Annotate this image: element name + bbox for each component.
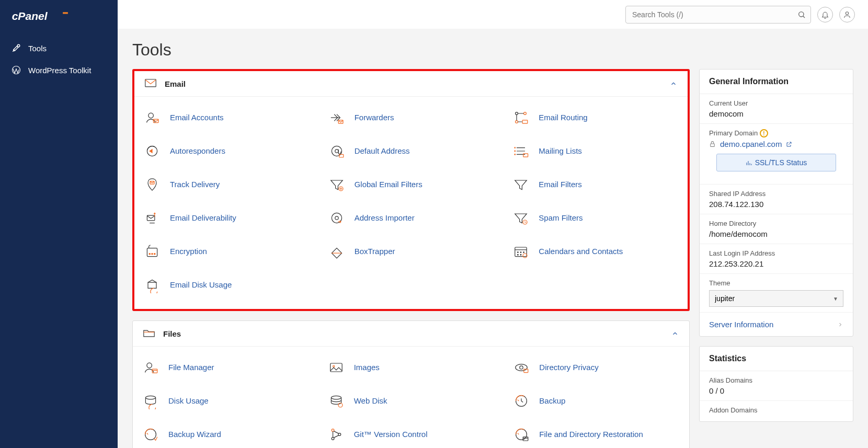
primary-domain-link[interactable]: demo.cpanel.com (720, 140, 782, 148)
tool-label: BoxTrapper (355, 247, 395, 257)
tool-label: Encryption (170, 247, 207, 257)
svg-rect-1 (63, 12, 68, 14)
tool-mailing-lists[interactable]: Mailing Lists (508, 136, 682, 166)
last-login-label: Last Login IP Address (709, 249, 843, 257)
backup-icon (513, 393, 530, 409)
tool-email-routing[interactable]: Email Routing (508, 103, 682, 132)
svg-rect-6 (145, 79, 156, 87)
theme-select-wrapper: jupiter ▼ (709, 290, 843, 307)
tool-label: Default Address (355, 146, 410, 156)
tool-disk-usage[interactable]: Disk Usage (138, 386, 313, 416)
tool-track-delivery[interactable]: Track Delivery (140, 170, 314, 199)
server-information-link[interactable]: Server Information (700, 313, 853, 336)
section-email: Email Email AccountsForwardersEmail Rout… (132, 69, 690, 311)
sidebar-nav: Tools WordPress Toolkit (0, 37, 118, 81)
tool-label: Email Filters (539, 180, 582, 190)
tool-label: Address Importer (355, 213, 415, 223)
tool-web-disk[interactable]: Web Disk (324, 386, 499, 416)
svg-text:cPanel: cPanel (12, 10, 48, 22)
theme-select[interactable]: jupiter (709, 290, 843, 307)
tool-encryption[interactable]: Encryption (140, 237, 314, 266)
chevron-up-icon (671, 330, 679, 337)
bars-icon (746, 160, 752, 166)
statistics-title: Statistics (700, 347, 853, 371)
tool-email-accounts[interactable]: Email Accounts (140, 103, 314, 132)
tool-label: Autoresponders (170, 146, 225, 156)
tool-global-email-filters[interactable]: Global Email Filters (324, 170, 498, 199)
svg-rect-20 (523, 154, 528, 157)
global-email-filters-icon (328, 176, 345, 193)
user-menu-button[interactable] (839, 7, 855, 22)
warning-icon[interactable]: ! (760, 129, 768, 137)
tool-file-and-directory-restoration[interactable]: File and Directory Restoration (509, 420, 684, 448)
section-header-files[interactable]: Files (133, 321, 689, 347)
section-header-email[interactable]: Email (134, 71, 688, 97)
tool-backup-wizard[interactable]: Backup Wizard (138, 420, 313, 448)
tool-address-importer[interactable]: Address Importer (324, 203, 498, 233)
tool-label: Backup Wizard (168, 430, 221, 440)
statistics-card: Statistics Alias Domains 0 / 0 Addon Dom… (699, 346, 853, 422)
tool-label: Email Routing (539, 113, 587, 123)
general-info-title: General Information (700, 70, 853, 94)
svg-point-40 (333, 365, 334, 367)
mail-icon (145, 79, 156, 88)
backup-wizard-icon (142, 426, 159, 443)
tool-backup[interactable]: Backup (509, 386, 684, 416)
primary-domain-label: Primary Domain ! (709, 129, 843, 137)
tool-label: Track Delivery (170, 180, 220, 190)
tools-icon (12, 43, 21, 53)
shared-ip-value: 208.74.122.130 (709, 200, 843, 209)
section-title: Files (163, 329, 663, 338)
svg-point-42 (520, 366, 523, 369)
tool-label: Web Disk (354, 396, 387, 406)
tool-images[interactable]: Images (324, 353, 499, 382)
search (625, 6, 811, 24)
svg-rect-23 (147, 215, 154, 221)
tool-label: File and Directory Restoration (539, 430, 643, 440)
svg-point-41 (516, 364, 527, 371)
notifications-button[interactable] (817, 7, 833, 22)
chevron-right-icon (837, 321, 843, 328)
ssl-status-button[interactable]: SSL/TLS Status (716, 154, 836, 171)
svg-rect-54 (711, 144, 715, 146)
tool-git-version-control[interactable]: Git™ Version Control (324, 420, 499, 448)
wordpress-icon (12, 65, 21, 75)
svg-point-12 (516, 121, 518, 123)
tool-label: Git™ Version Control (354, 430, 428, 440)
tool-label: Disk Usage (168, 396, 209, 406)
tool-spam-filters[interactable]: Spam Filters (508, 203, 682, 233)
section-files: Files File ManagerImagesDirectory Privac… (132, 320, 690, 448)
tool-email-deliverability[interactable]: Email Deliverability (140, 203, 314, 233)
user-icon (843, 10, 851, 19)
tool-file-manager[interactable]: File Manager (138, 353, 313, 382)
tool-autoresponders[interactable]: Autoresponders (140, 136, 314, 166)
search-input[interactable] (625, 6, 811, 24)
tool-label: Images (354, 363, 380, 373)
tool-forwarders[interactable]: Forwarders (324, 103, 498, 132)
home-dir-value: /home/democom (709, 229, 843, 238)
home-dir-label: Home Directory (709, 220, 843, 227)
sidebar-item-tools[interactable]: Tools (0, 37, 118, 59)
last-login-value: 212.253.220.21 (709, 259, 843, 268)
folder-icon (143, 329, 155, 338)
tool-directory-privacy[interactable]: Directory Privacy (509, 353, 684, 382)
encryption-icon (144, 243, 161, 260)
svg-point-32 (521, 252, 522, 253)
tool-calendars-and-contacts[interactable]: Calendars and Contacts (508, 237, 682, 266)
tool-boxtrapper[interactable]: BoxTrapper (324, 237, 498, 266)
tool-email-filters[interactable]: Email Filters (508, 170, 682, 199)
sidebar-item-wordpress[interactable]: WordPress Toolkit (0, 59, 118, 81)
alias-domains-label: Alias Domains (709, 376, 843, 384)
tool-label: Forwarders (355, 113, 394, 123)
search-icon[interactable] (797, 10, 806, 19)
email-accounts-icon (144, 109, 161, 126)
tool-email-disk-usage[interactable]: Email Disk Usage (140, 270, 314, 300)
disk-usage-icon (142, 393, 159, 409)
alias-domains-value: 0 / 0 (709, 386, 843, 395)
external-link-icon[interactable] (786, 141, 792, 147)
tool-default-address[interactable]: Default Address (324, 136, 498, 166)
svg-point-37 (147, 363, 152, 368)
sidebar: cPanel Tools WordPress Toolkit (0, 0, 118, 448)
topbar (118, 0, 868, 29)
svg-point-7 (149, 113, 154, 118)
